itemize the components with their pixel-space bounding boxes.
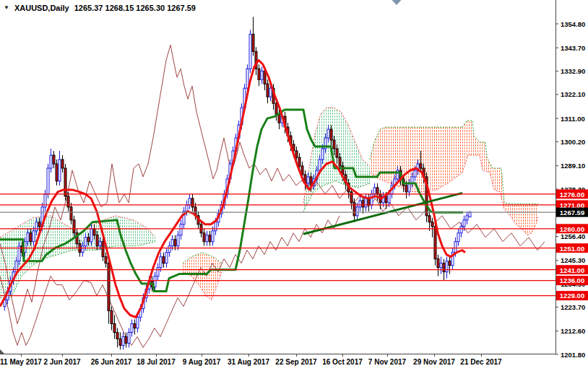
price-chart-canvas[interactable]: 1354.801343.701332.901322.101311.001300.… [0, 0, 588, 371]
candle-body [319, 160, 321, 170]
price-tick-label: 1311.00 [561, 115, 585, 123]
candle-body [165, 253, 168, 263]
price-tick-label: 1332.90 [561, 67, 585, 75]
date-tick-label: 26 Jun 2017 [91, 358, 132, 366]
candle-body [82, 246, 84, 253]
candle-body [15, 261, 17, 272]
candle-body [203, 233, 205, 242]
date-tick-label: 22 Sep 2017 [275, 358, 317, 366]
candle-body [295, 151, 298, 157]
price-tick-label: 1245.30 [561, 256, 585, 264]
mt4-chart-window[interactable]: ▼ XAUUSD,Daily 1265.37 1268.15 1265.30 1… [0, 0, 588, 371]
candle-body [446, 261, 448, 272]
candle-body [119, 339, 121, 346]
date-tick-label: 9 Aug 2017 [183, 358, 221, 366]
level-price-badge-text: 1260.00 [560, 225, 584, 233]
candle-body [339, 157, 341, 166]
candle-body [137, 318, 139, 328]
current-price-badge-text: 1267.59 [560, 209, 584, 217]
candle-body [177, 235, 179, 246]
candle-body [437, 259, 439, 268]
candle-body [93, 229, 95, 235]
ohlc-values: 1265.37 1268.15 1265.30 1267.59 [74, 4, 196, 12]
candle-body [463, 220, 465, 227]
candle-body [373, 188, 376, 194]
candle-body [116, 333, 118, 339]
candle-body [73, 220, 75, 233]
price-tick-label: 1256.40 [561, 232, 585, 240]
chart-title: ▼ XAUUSD,Daily 1265.37 1268.15 1265.30 1… [4, 4, 196, 12]
symbol-dropdown-icon: ▼ [4, 5, 9, 11]
candle-body [35, 222, 38, 231]
candle-body [53, 155, 55, 164]
candle-body [440, 263, 442, 268]
candle-body [212, 231, 214, 242]
candle-body [85, 237, 87, 246]
symbol-timeframe-label: XAUUSD,Daily [14, 4, 69, 12]
candle-body [174, 240, 176, 246]
candle-body [365, 198, 367, 207]
candle-body [105, 257, 107, 263]
candle-body [466, 216, 468, 220]
level-price-badge-text: 1236.00 [560, 276, 584, 284]
price-tick-label: 1212.60 [561, 327, 585, 335]
candle-body [215, 222, 217, 231]
price-tick-label: 1201.80 [561, 351, 585, 359]
price-tick-label: 1354.80 [561, 20, 585, 28]
candle-body [388, 194, 390, 203]
candle-body [336, 149, 338, 157]
candle-body [261, 71, 263, 79]
candle-body [469, 212, 471, 217]
candle-body [180, 224, 182, 235]
price-tick-label: 1322.10 [561, 90, 585, 98]
candle-body [350, 192, 353, 203]
candle-body [278, 114, 280, 123]
candle-body [50, 155, 52, 168]
candle-body [457, 233, 459, 242]
candle-body [249, 34, 251, 69]
candle-body [330, 129, 332, 140]
candle-body [405, 186, 407, 192]
date-tick-label: 7 Nov 2017 [368, 358, 407, 366]
candle-body [56, 164, 58, 181]
candle-body [160, 257, 162, 268]
candle-body [428, 216, 431, 222]
candle-body [47, 168, 49, 194]
candle-body [385, 196, 387, 203]
date-tick-label: 29 Nov 2017 [413, 358, 455, 366]
candle-body [376, 188, 379, 194]
candle-body [59, 160, 61, 181]
candle-body [209, 235, 211, 242]
candle-body [168, 246, 170, 253]
candle-body [298, 157, 301, 166]
candle-body [206, 235, 208, 242]
candle-body [189, 198, 191, 205]
candle-body [122, 337, 124, 346]
candle-body [27, 233, 29, 242]
candle-body [134, 324, 136, 328]
candle-body [408, 183, 410, 192]
price-tick-label: 1300.20 [561, 138, 585, 146]
level-price-badge-text: 1276.00 [560, 191, 584, 198]
candle-body [460, 227, 462, 233]
candle-body [30, 233, 32, 242]
candle-body [449, 261, 451, 266]
date-tick-label: 21 Dec 2017 [460, 358, 502, 366]
candle-body [157, 268, 159, 276]
candle-body [99, 242, 101, 246]
candle-body [371, 194, 373, 205]
candle-body [131, 324, 133, 333]
candle-body [67, 196, 69, 207]
candle-body [275, 103, 277, 114]
candle-body [431, 222, 433, 227]
candle-body [102, 242, 104, 257]
candle-body [191, 198, 194, 207]
candle-body [321, 149, 324, 160]
level-price-badge-text: 1241.00 [560, 266, 584, 274]
candle-body [163, 257, 165, 263]
candle-body [33, 231, 35, 242]
candle-body [333, 140, 335, 149]
level-price-badge-text: 1251.00 [560, 245, 584, 253]
candle-body [128, 333, 130, 344]
price-tick-label: 1223.70 [561, 303, 585, 311]
